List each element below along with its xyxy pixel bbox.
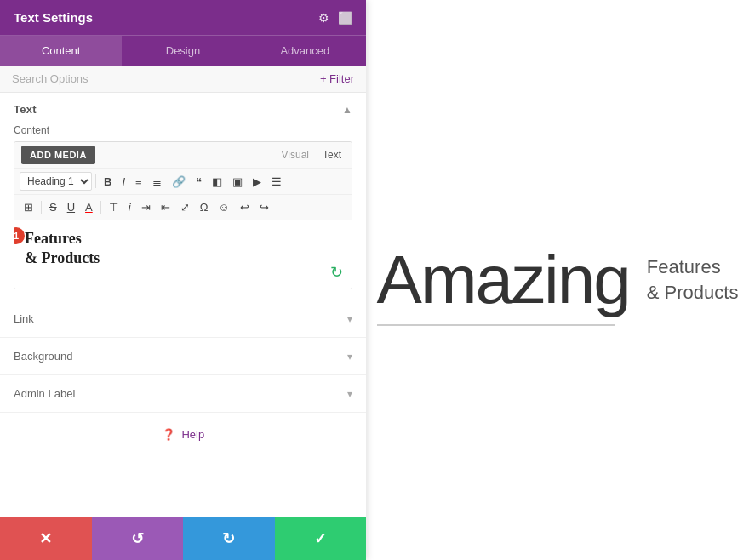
settings-icon[interactable]: ⚙	[318, 11, 329, 25]
undo-editor-button[interactable]: ↩	[236, 198, 254, 216]
preview-big-word: Amazing	[377, 241, 630, 319]
panel-tabs: Content Design Advanced	[0, 35, 366, 66]
panel-title: Text Settings	[14, 10, 93, 25]
visual-tab[interactable]: Visual	[278, 147, 312, 163]
toolbar-separator-2	[41, 201, 42, 214]
italic-button[interactable]: I	[117, 173, 129, 191]
heading-select[interactable]: Heading 1	[20, 172, 92, 191]
font-color-button[interactable]: A	[81, 198, 97, 216]
text-section-title: Text	[14, 103, 37, 116]
panel-content: Text ▲ Content ADD MEDIA Visual Text H	[0, 93, 366, 517]
undo-button[interactable]: ↺	[92, 517, 184, 560]
preview-area: Amazing Features & Products	[366, 0, 749, 560]
editor-view-tabs: Visual Text	[278, 147, 345, 163]
link-label: Link	[14, 312, 34, 325]
panel-header-icons: ⚙ ⬜	[318, 11, 352, 25]
underline-button[interactable]: U	[63, 198, 79, 216]
confirm-button[interactable]: ✓	[275, 517, 367, 560]
panel-header: Text Settings ⚙ ⬜	[0, 0, 366, 35]
help-section[interactable]: ❓ Help	[0, 413, 366, 456]
editor-wrapper: ADD MEDIA Visual Text Heading 1 B I ≡ ≣	[14, 141, 352, 289]
panel-footer: ✕ ↺ ↻ ✓	[0, 517, 366, 560]
ordered-list-button[interactable]: ≣	[148, 173, 166, 191]
add-media-button[interactable]: ADD MEDIA	[21, 146, 95, 164]
admin-label-chevron: ▾	[347, 388, 352, 400]
editor-text-line2: & Products	[25, 249, 100, 266]
editor-text[interactable]: Features & Products	[25, 229, 341, 269]
tab-content[interactable]: Content	[0, 36, 122, 66]
editor-top-bar: ADD MEDIA Visual Text	[14, 142, 352, 169]
emoji-button[interactable]: ☺	[214, 198, 233, 216]
background-label: Background	[14, 350, 72, 363]
fullscreen-button[interactable]: ⤢	[176, 198, 194, 216]
align-right-button[interactable]: ▶	[249, 173, 266, 191]
settings-panel: Text Settings ⚙ ⬜ Content Design Advance…	[0, 0, 366, 560]
text-section-toggle[interactable]: ▲	[342, 104, 352, 116]
content-label: Content	[14, 124, 352, 136]
preview-side-text: Features & Products	[647, 254, 739, 305]
editor-content[interactable]: 1 Features & Products ↻	[14, 220, 352, 289]
link-chevron: ▾	[347, 313, 352, 325]
link-section: Link ▾	[0, 300, 366, 338]
justify-button[interactable]: ☰	[267, 173, 286, 191]
refresh-icon[interactable]: ↻	[330, 263, 343, 282]
edit-badge: 1	[14, 227, 25, 244]
toolbar-row-1: Heading 1 B I ≡ ≣ 🔗 ❝ ◧ ▣ ▶ ☰	[14, 169, 352, 195]
admin-label-header[interactable]: Admin Label ▾	[0, 375, 366, 412]
special-char-button[interactable]: Ω	[196, 198, 213, 216]
blockquote-button[interactable]: ❝	[192, 173, 206, 191]
outdent-button[interactable]: ⇤	[157, 198, 174, 216]
toolbar-separator-1	[95, 174, 96, 188]
text-section: Text ▲ Content ADD MEDIA Visual Text H	[0, 93, 366, 300]
paste-text-button[interactable]: ⊤	[105, 198, 123, 216]
preview-divider	[377, 324, 615, 326]
editor-text-line1: Features	[25, 230, 82, 247]
tab-design[interactable]: Design	[122, 36, 243, 66]
preview-side-line1: Features	[647, 256, 721, 277]
toolbar-row-2: ⊞ S U A ⊤ i ⇥ ⇤ ⤢ Ω ☺ ↩ ↪	[14, 195, 352, 220]
tab-advanced[interactable]: Advanced	[244, 36, 366, 66]
background-chevron: ▾	[347, 351, 352, 363]
redo-editor-button[interactable]: ↪	[255, 198, 273, 216]
indent-button[interactable]: ⇥	[137, 198, 155, 216]
align-center-button[interactable]: ▣	[228, 173, 247, 191]
toolbar-separator-3	[100, 201, 101, 214]
preview-wrapper: Amazing Features & Products	[377, 241, 739, 319]
filter-button[interactable]: + Filter	[320, 72, 354, 85]
link-header[interactable]: Link ▾	[0, 300, 366, 337]
table-button[interactable]: ⊞	[20, 198, 37, 216]
admin-label-text: Admin Label	[14, 387, 75, 400]
cancel-button[interactable]: ✕	[0, 517, 92, 560]
bold-button[interactable]: B	[100, 173, 116, 191]
unordered-list-button[interactable]: ≡	[131, 173, 146, 191]
help-label: Help	[181, 428, 204, 441]
preview-side-line2: & Products	[647, 282, 739, 303]
redo-button[interactable]: ↻	[183, 517, 275, 560]
background-section: Background ▾	[0, 338, 366, 375]
align-left-button[interactable]: ◧	[208, 173, 226, 191]
admin-label-section: Admin Label ▾	[0, 375, 366, 413]
italic-btn2[interactable]: i	[124, 198, 135, 216]
strikethrough-button[interactable]: S	[45, 198, 61, 216]
search-bar: Search Options + Filter	[0, 66, 366, 93]
link-button[interactable]: 🔗	[168, 173, 190, 191]
preview-content: Amazing Features & Products	[377, 241, 739, 319]
text-tab[interactable]: Text	[319, 147, 345, 163]
background-header[interactable]: Background ▾	[0, 338, 366, 374]
section-header: Text ▲	[14, 103, 352, 116]
help-icon: ❓	[162, 428, 175, 441]
search-options-label[interactable]: Search Options	[12, 72, 89, 85]
resize-icon[interactable]: ⬜	[338, 11, 352, 25]
